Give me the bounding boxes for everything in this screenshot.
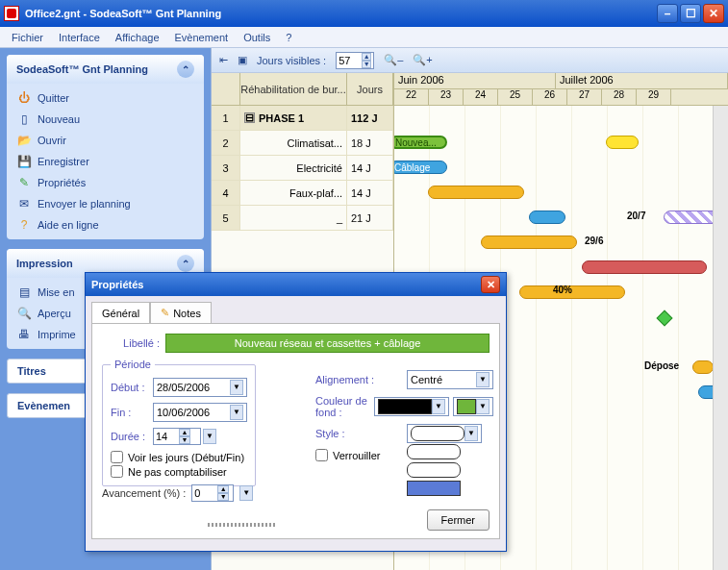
resize-grip[interactable] — [208, 523, 275, 527]
sidebar-item-nouveau[interactable]: ▯Nouveau — [13, 109, 198, 130]
sidebar-item-ouvrir[interactable]: 📂Ouvrir — [13, 130, 198, 151]
day-col: 27 — [567, 89, 602, 105]
chevron-down-icon[interactable]: ▼ — [203, 429, 216, 444]
task-row[interactable]: 3Electricité14 J — [212, 156, 393, 181]
style-option[interactable] — [407, 444, 461, 459]
milestone-icon[interactable] — [657, 310, 673, 327]
sidebar-item-proprietes[interactable]: ✎Propriétés — [13, 172, 198, 193]
sidebar-item-aide[interactable]: ?Aide en ligne — [13, 214, 198, 235]
color-swatch-black — [378, 399, 432, 414]
grid-corner — [212, 73, 240, 105]
menu-fichier[interactable]: Fichier — [4, 30, 51, 45]
avancement-label: Avancement (%) : — [102, 487, 186, 499]
collapse-icon[interactable]: ⌃ — [177, 255, 194, 272]
voir-jours-checkbox[interactable]: Voir les jours (Début/Fin) — [111, 451, 247, 463]
chevron-down-icon[interactable]: ▼ — [230, 380, 243, 395]
fin-input[interactable]: 10/06/2006▼ — [153, 403, 247, 422]
gantt-bar[interactable]: Nouvea... — [394, 136, 447, 149]
gantt-bar[interactable] — [529, 211, 565, 224]
zoom-out-icon[interactable]: 🔍– — [384, 54, 403, 66]
chevron-down-icon[interactable]: ▼ — [432, 399, 445, 414]
periode-legend: Période — [111, 359, 155, 370]
power-icon: ⏻ — [16, 90, 32, 106]
jours-visibles-input[interactable] — [339, 55, 362, 66]
tab-notes[interactable]: ✎Notes — [150, 302, 212, 323]
properties-dialog: Propriétés ✕ Général ✎Notes Libellé : No… — [85, 272, 507, 552]
grid-header-jours: Jours — [347, 73, 393, 105]
style-label: Style : — [315, 428, 407, 439]
chevron-down-icon[interactable]: ▼ — [476, 372, 490, 387]
print-icon: 🖶 — [16, 327, 32, 342]
chevron-down-icon[interactable]: ▼ — [476, 399, 490, 414]
zoom-in-icon[interactable]: 🔍+ — [413, 54, 432, 66]
couleur-label: Couleur de fond : — [315, 395, 374, 418]
fit-icon[interactable]: ▣ — [238, 54, 247, 66]
gantt-bar[interactable] — [481, 235, 577, 249]
couleur-fond-select2[interactable]: ▼ — [453, 397, 493, 416]
sidebar-item-enregistrer[interactable]: 💾Enregistrer — [13, 151, 198, 172]
nepas-comptabiliser-checkbox[interactable]: Ne pas comptabiliser — [111, 465, 247, 478]
menu-outils[interactable]: Outils — [236, 30, 278, 45]
day-col: 29 — [637, 89, 671, 105]
menu-affichage[interactable]: Affichage — [108, 30, 167, 45]
chevron-down-icon[interactable]: ▼ — [239, 485, 253, 501]
gantt-bar[interactable] — [428, 186, 524, 199]
menu-interface[interactable]: Interface — [51, 30, 108, 45]
chevron-down-icon[interactable]: ▼ — [230, 405, 243, 420]
properties-icon: ✎ — [16, 175, 32, 190]
gantt-bar[interactable] — [692, 360, 714, 374]
jours-visibles-spinner[interactable]: ▲▼ — [336, 52, 374, 69]
style-option[interactable] — [407, 462, 461, 478]
sidebar-panel1-title: SodeaSoft™ Gnt Planning — [16, 63, 148, 75]
sidebar-panel1-header[interactable]: SodeaSoft™ Gnt Planning ⌃ — [7, 55, 204, 84]
avancement-input[interactable] — [194, 487, 217, 499]
collapse-icon[interactable]: ⌃ — [177, 61, 194, 78]
couleur-fond-select[interactable]: ▼ — [374, 397, 449, 416]
fermer-button[interactable]: Fermer — [427, 509, 490, 531]
maximize-button[interactable]: ☐ — [680, 4, 701, 23]
day-col: 23 — [429, 89, 464, 105]
dialog-title: Propriétés — [91, 279, 143, 290]
task-row[interactable]: 5_21 J — [212, 206, 393, 231]
window-title: Office2.gnt - SodeaSoft™ Gnt Planning — [25, 8, 657, 19]
gantt-bar[interactable] — [606, 136, 639, 149]
menu-evenement[interactable]: Evènement — [167, 30, 237, 45]
libelle-value[interactable]: Nouveau réseau et cassettes + câblage — [165, 334, 490, 353]
task-row[interactable]: 4Faux-plaf...14 J — [212, 181, 393, 206]
app-icon — [4, 6, 19, 21]
alignement-select[interactable]: Centré▼ — [407, 370, 493, 389]
gantt-bar[interactable] — [582, 260, 707, 274]
alignement-label: Alignement : — [315, 374, 407, 385]
task-row[interactable]: 2Climatisat...18 J — [212, 131, 393, 156]
grid-header-name: Réhabilitation de bur... — [240, 73, 347, 105]
jours-visibles-label: Jours visibles : — [257, 55, 326, 66]
duree-input[interactable] — [156, 431, 179, 442]
spin-down-icon[interactable]: ▼ — [362, 61, 371, 68]
collapse-toggle-icon[interactable]: ⊟ — [244, 112, 255, 123]
gantt-toolbar: ⇤ ▣ Jours visibles : ▲▼ 🔍– 🔍+ — [212, 48, 728, 73]
menu-help[interactable]: ? — [278, 30, 299, 45]
spin-up-icon[interactable]: ▲ — [362, 53, 371, 61]
page-setup-icon: ▤ — [16, 285, 32, 300]
close-button[interactable]: ✕ — [703, 4, 724, 23]
sidebar-item-envoyer[interactable]: ✉Envoyer le planning — [13, 193, 198, 214]
day-col: 24 — [464, 89, 498, 105]
tab-general[interactable]: Général — [91, 302, 150, 323]
vertical-scrollbar[interactable] — [713, 106, 728, 570]
chevron-down-icon[interactable]: ▼ — [464, 426, 478, 441]
dialog-titlebar[interactable]: Propriétés ✕ — [86, 273, 506, 296]
day-col: 25 — [498, 89, 533, 105]
gantt-label: 20/7 — [627, 211, 645, 221]
dialog-close-button[interactable]: ✕ — [481, 276, 500, 293]
gantt-bar[interactable]: Câblage — [394, 161, 447, 174]
minimize-button[interactable]: – — [657, 4, 678, 23]
day-col: 28 — [602, 89, 637, 105]
goto-start-icon[interactable]: ⇤ — [219, 54, 228, 66]
task-row[interactable]: 1 ⊟PHASE 1 112 J — [212, 106, 393, 131]
sidebar-item-quitter[interactable]: ⏻Quitter — [13, 87, 198, 109]
duree-spinner[interactable]: ▲▼ — [153, 428, 201, 445]
style-select[interactable]: ▼ — [407, 424, 482, 443]
debut-input[interactable]: 28/05/2006▼ — [153, 378, 247, 397]
avancement-spinner[interactable]: ▲▼ — [191, 484, 234, 502]
style-option-selected[interactable] — [407, 481, 461, 496]
